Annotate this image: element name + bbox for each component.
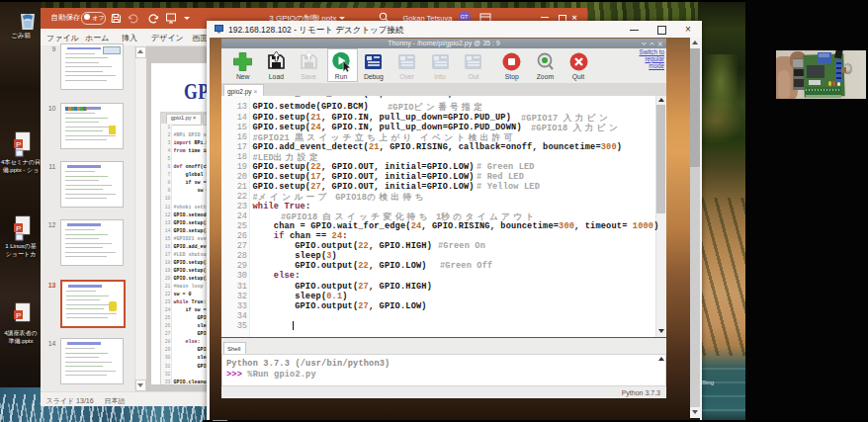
svg-text:P: P <box>16 140 21 149</box>
svg-text:P: P <box>16 311 21 320</box>
svg-text:P: P <box>16 224 21 233</box>
